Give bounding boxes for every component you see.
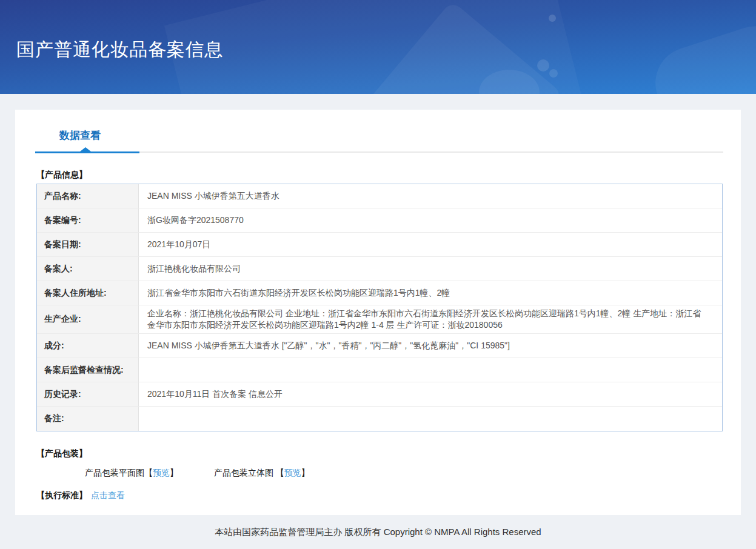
row-value: 浙江省金华市东阳市六石街道东阳经济开发区长松岗功能区迎瑞路1号内1幢、2幢 <box>139 281 722 305</box>
packaging-stereo-item: 产品包装立体图 【预览】 <box>214 468 310 477</box>
product-package-section-title: 【产品包装】 <box>36 448 741 459</box>
row-value: 浙江艳桃化妆品有限公司 <box>139 257 722 281</box>
page-header: 国产普通化妆品备案信息 <box>0 0 756 94</box>
row-label: 备案人: <box>37 257 139 281</box>
product-info-section-title: 【产品信息】 <box>36 170 741 181</box>
page-title: 国产普通化妆品备案信息 <box>16 38 223 62</box>
table-row-registrant-address: 备案人住所地址: 浙江省金华市东阳市六石街道东阳经济开发区长松岗功能区迎瑞路1号… <box>37 281 722 305</box>
header-decoration-shape <box>646 17 756 94</box>
bracket-open: 【 <box>144 468 153 477</box>
row-label: 备案后监督检查情况: <box>37 358 139 382</box>
packaging-flat-label: 产品包装平面图 <box>85 468 144 477</box>
table-row-remarks: 备注: <box>37 407 722 431</box>
table-row-filing-date: 备案日期: 2021年10月07日 <box>37 233 722 257</box>
row-value: 企业名称：浙江艳桃化妆品有限公司 企业地址：浙江省金华市东阳市六石街道东阳经济开… <box>139 305 722 333</box>
row-label: 备案编号: <box>37 208 139 232</box>
row-label: 生产企业: <box>37 305 139 333</box>
packaging-row: 产品包装平面图【预览】 产品包装立体图 【预览】 <box>85 468 741 479</box>
row-value <box>139 407 722 431</box>
copyright-text: 本站由国家药品监督管理局主办 版权所有 Copyright © NMPA All… <box>215 527 541 538</box>
tab-data-view-label: 数据查看 <box>59 130 101 141</box>
bracket-open: 【 <box>276 468 284 477</box>
table-row-manufacturer: 生产企业: 企业名称：浙江艳桃化妆品有限公司 企业地址：浙江省金华市东阳市六石街… <box>37 305 722 334</box>
table-row-registrant: 备案人: 浙江艳桃化妆品有限公司 <box>37 257 722 281</box>
row-value <box>139 358 722 382</box>
tab-divider <box>35 151 723 153</box>
row-value: JEAN MISS 小城伊香第五大道香水 <box>139 184 722 208</box>
tab-active-triangle-icon <box>80 147 91 151</box>
standard-section-title: 【执行标准】 <box>36 490 87 500</box>
packaging-stereo-preview-link[interactable]: 预览 <box>284 468 301 477</box>
table-row-ingredients: 成分: JEAN MISS 小城伊香第五大道香水 ["乙醇"，"水"，"香精"，… <box>37 334 722 358</box>
table-row-filing-number: 备案编号: 浙G妆网备字2021508770 <box>37 208 722 233</box>
header-decoration-circle <box>537 59 549 72</box>
table-row-history: 历史记录: 2021年10月11日 首次备案 信息公开 <box>37 382 722 407</box>
table-row-product-name: 产品名称: JEAN MISS 小城伊香第五大道香水 <box>37 184 722 208</box>
row-label: 产品名称: <box>37 184 139 208</box>
header-decoration-band <box>164 0 587 94</box>
packaging-stereo-label: 产品包装立体图 <box>214 468 276 477</box>
table-row-supervision-check: 备案后监督检查情况: <box>37 358 722 382</box>
packaging-flat-item: 产品包装平面图【预览】 <box>85 468 178 477</box>
bracket-close: 】 <box>170 468 178 477</box>
row-label: 备案人住所地址: <box>37 281 139 305</box>
page-footer: 本站由国家药品监督管理局主办 版权所有 Copyright © NMPA All… <box>0 515 756 549</box>
standard-row: 【执行标准】点击查看 <box>36 490 741 501</box>
packaging-flat-preview-link[interactable]: 预览 <box>153 468 170 477</box>
row-label: 历史记录: <box>37 382 139 406</box>
tab-data-view[interactable]: 数据查看 <box>59 128 101 142</box>
tab-active-indicator <box>35 151 139 153</box>
row-value: JEAN MISS 小城伊香第五大道香水 ["乙醇"，"水"，"香精"，"丙二醇… <box>139 334 722 358</box>
row-value: 2021年10月07日 <box>139 233 722 256</box>
content-card: 数据查看 【产品信息】 产品名称: JEAN MISS 小城伊香第五大道香水 备… <box>15 110 741 515</box>
header-decoration-square <box>358 1 563 94</box>
header-decoration-circle <box>549 69 558 78</box>
header-decoration-circle <box>549 15 556 22</box>
header-decoration-circle <box>479 70 540 94</box>
row-label: 备注: <box>37 407 139 431</box>
row-label: 备案日期: <box>37 233 139 256</box>
row-value: 浙G妆网备字2021508770 <box>139 208 722 232</box>
product-info-table: 产品名称: JEAN MISS 小城伊香第五大道香水 备案编号: 浙G妆网备字2… <box>36 184 723 431</box>
row-value: 2021年10月11日 首次备案 信息公开 <box>139 382 722 406</box>
standard-view-link[interactable]: 点击查看 <box>91 490 125 500</box>
bracket-close: 】 <box>301 468 310 477</box>
row-label: 成分: <box>37 334 139 358</box>
